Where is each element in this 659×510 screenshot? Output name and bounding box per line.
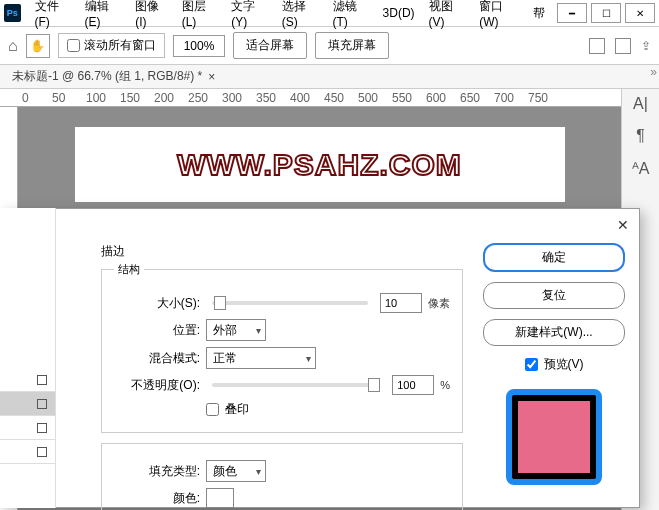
size-input[interactable] — [380, 293, 422, 313]
home-icon[interactable]: ⌂ — [8, 37, 18, 55]
fit-screen-button[interactable]: 适合屏幕 — [233, 32, 307, 59]
document-tab-bar: 未标题-1 @ 66.7% (组 1, RGB/8#) * × — [0, 65, 659, 89]
layer-marker-icon — [37, 375, 47, 385]
options-bar: ⌂ ✋ 滚动所有窗口 100% 适合屏幕 填充屏幕 ⇪ — [0, 27, 659, 65]
color-label: 颜色: — [114, 490, 200, 507]
ruler-tick: 150 — [120, 91, 140, 105]
ruler-tick: 200 — [154, 91, 174, 105]
blend-mode-value: 正常 — [213, 350, 237, 367]
arrange-icon[interactable] — [615, 38, 631, 54]
size-label: 大小(S): — [114, 295, 200, 312]
position-value: 外部 — [213, 322, 237, 339]
share-icon[interactable]: ⇪ — [641, 39, 651, 53]
ruler-tick: 50 — [52, 91, 65, 105]
menu-layer[interactable]: 图层(L) — [176, 0, 223, 29]
blend-mode-select[interactable]: 正常 — [206, 347, 316, 369]
position-label: 位置: — [114, 322, 200, 339]
fill-type-value: 颜色 — [213, 463, 237, 480]
structure-fieldset: 结构 大小(S): 像素 位置: 外部 混合模式: 正常 不透明度(O): — [101, 262, 463, 433]
canvas-text: WWW.PSAHZ.COM — [177, 148, 462, 182]
ruler-tick: 300 — [222, 91, 242, 105]
ruler-tick: 550 — [392, 91, 412, 105]
menu-edit[interactable]: 编辑(E) — [79, 0, 128, 29]
ruler-tick: 400 — [290, 91, 310, 105]
document-tab-close[interactable]: × — [208, 70, 215, 84]
ruler-tick: 650 — [460, 91, 480, 105]
position-select[interactable]: 外部 — [206, 319, 266, 341]
ruler-tick: 750 — [528, 91, 548, 105]
canvas[interactable]: WWW.PSAHZ.COM — [75, 127, 565, 202]
ruler-tick: 0 — [22, 91, 29, 105]
ruler-tick: 250 — [188, 91, 208, 105]
opacity-label: 不透明度(O): — [114, 377, 200, 394]
scroll-all-label: 滚动所有窗口 — [84, 37, 156, 54]
app-icon: Ps — [4, 4, 21, 22]
overprint-label: 叠印 — [225, 401, 249, 418]
window-minimize-button[interactable]: ━ — [557, 3, 587, 23]
layer-row[interactable] — [0, 440, 55, 464]
menu-3d[interactable]: 3D(D) — [377, 6, 421, 20]
scroll-all-checkbox[interactable] — [67, 39, 80, 52]
menu-select[interactable]: 选择(S) — [276, 0, 325, 29]
preview-label: 预览(V) — [544, 356, 584, 373]
hand-tool-icon[interactable]: ✋ — [26, 34, 50, 58]
ruler-horizontal: 0 50 100 150 200 250 300 350 400 450 500… — [0, 89, 621, 107]
menu-bar: Ps 文件(F) 编辑(E) 图像(I) 图层(L) 文字(Y) 选择(S) 滤… — [0, 0, 659, 27]
reset-button[interactable]: 复位 — [483, 282, 625, 309]
scroll-all-windows-option[interactable]: 滚动所有窗口 — [58, 33, 165, 58]
layer-style-dialog: ✕ 描边 结构 大小(S): 像素 位置: 外部 混合模式: 正常 — [0, 208, 640, 508]
structure-legend: 结构 — [114, 262, 144, 277]
zoom-level[interactable]: 100% — [173, 35, 226, 57]
menu-file[interactable]: 文件(F) — [29, 0, 77, 29]
size-slider[interactable] — [212, 301, 368, 305]
opacity-slider[interactable] — [212, 383, 380, 387]
preview-inner — [516, 399, 592, 475]
fill-screen-button[interactable]: 填充屏幕 — [315, 32, 389, 59]
dialog-title: 描边 — [101, 243, 463, 260]
menu-image[interactable]: 图像(I) — [129, 0, 173, 29]
slider-thumb[interactable] — [214, 296, 226, 310]
ruler-tick: 600 — [426, 91, 446, 105]
ruler-tick: 350 — [256, 91, 276, 105]
character-panel-icon[interactable]: A| — [633, 95, 648, 113]
dialog-close-button[interactable]: ✕ — [617, 217, 629, 233]
fill-type-label: 填充类型: — [114, 463, 200, 480]
paragraph-panel-icon[interactable]: ¶ — [636, 127, 645, 145]
ruler-tick: 500 — [358, 91, 378, 105]
hand-glyph: ✋ — [30, 39, 45, 53]
window-close-button[interactable]: ✕ — [625, 3, 655, 23]
menu-filter[interactable]: 滤镜(T) — [327, 0, 375, 29]
overprint-checkbox[interactable] — [206, 403, 219, 416]
layers-strip — [0, 208, 56, 508]
glyphs-panel-icon[interactable]: ᴬA — [632, 159, 650, 178]
opacity-unit: % — [440, 379, 450, 391]
preview-swatch — [506, 389, 602, 485]
layer-marker-icon — [37, 423, 47, 433]
collapse-panels-icon[interactable]: » — [650, 65, 657, 79]
document-tab[interactable]: 未标题-1 @ 66.7% (组 1, RGB/8#) * — [12, 68, 202, 85]
preview-checkbox[interactable] — [525, 358, 538, 371]
color-swatch[interactable] — [206, 488, 234, 508]
ruler-tick: 700 — [494, 91, 514, 105]
ruler-tick: 450 — [324, 91, 344, 105]
new-style-button[interactable]: 新建样式(W)... — [483, 319, 625, 346]
menu-view[interactable]: 视图(V) — [423, 0, 472, 29]
layer-marker-icon — [37, 399, 47, 409]
menu-help[interactable]: 帮 — [527, 5, 551, 22]
size-unit: 像素 — [428, 296, 450, 311]
opacity-input[interactable] — [392, 375, 434, 395]
blend-mode-label: 混合模式: — [114, 350, 200, 367]
menu-type[interactable]: 文字(Y) — [225, 0, 274, 29]
view-mode-icon[interactable] — [589, 38, 605, 54]
menu-window[interactable]: 窗口(W) — [473, 0, 525, 29]
fill-fieldset: 填充类型: 颜色 颜色: — [101, 443, 463, 510]
layer-row[interactable] — [0, 416, 55, 440]
layer-row[interactable] — [0, 368, 55, 392]
window-maximize-button[interactable]: ☐ — [591, 3, 621, 23]
layer-row[interactable] — [0, 392, 55, 416]
fill-type-select[interactable]: 颜色 — [206, 460, 266, 482]
ruler-tick: 100 — [86, 91, 106, 105]
slider-thumb[interactable] — [368, 378, 380, 392]
ok-button[interactable]: 确定 — [483, 243, 625, 272]
layer-marker-icon — [37, 447, 47, 457]
